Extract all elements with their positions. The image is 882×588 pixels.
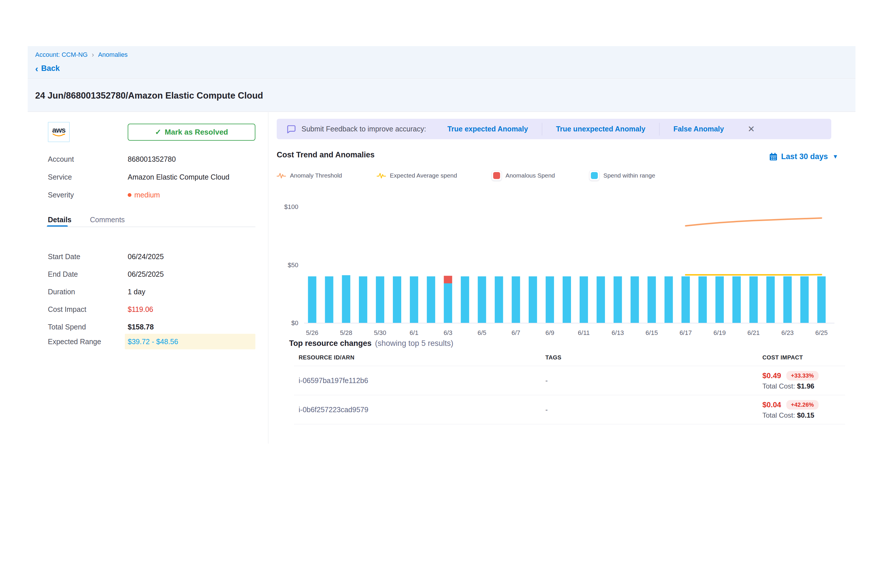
detail-row-end-date: End Date 06/25/2025 — [48, 268, 258, 280]
svg-text:6/13: 6/13 — [612, 329, 624, 336]
cost-impact-percent-badge: +33.33% — [786, 371, 819, 381]
service-value: Amazon Elastic Compute Cloud — [128, 173, 230, 183]
account-value: 868001352780 — [128, 155, 176, 165]
feedback-actions: True expected Anomaly True unexpected An… — [434, 123, 738, 135]
tab-comments[interactable]: Comments — [90, 216, 125, 224]
calendar-icon — [769, 153, 778, 161]
table-title-row: Top resource changes (showing top 5 resu… — [289, 339, 453, 348]
svg-text:6/21: 6/21 — [747, 329, 760, 336]
severity-value: medium — [134, 191, 160, 199]
svg-text:5/28: 5/28 — [340, 329, 352, 336]
back-label: Back — [41, 64, 60, 73]
detail-row-start-date: Start Date 06/24/2025 — [48, 251, 258, 262]
severity-row: Severity medium — [48, 191, 255, 201]
detail-row-cost-impact: Cost Impact $119.06 — [48, 303, 258, 315]
chart-title: Cost Trend and Anomalies — [277, 150, 375, 159]
mark-as-resolved-button[interactable]: ✓ Mark as Resolved — [128, 124, 255, 141]
svg-text:5/26: 5/26 — [306, 329, 318, 336]
detail-tabs: Details Comments — [48, 216, 125, 224]
chat-bubble-icon — [286, 124, 296, 134]
feedback-true-unexpected[interactable]: True unexpected Anomaly — [542, 125, 659, 133]
col-cost-impact: COST IMPACT — [758, 354, 845, 361]
cost-impact-percent-badge: +42.26% — [786, 400, 819, 410]
feedback-true-expected[interactable]: True expected Anomaly — [434, 125, 542, 133]
legend-anomaly-threshold: Anomaly Threshold — [277, 171, 342, 180]
table-title: Top resource changes — [289, 339, 372, 348]
svg-text:6/3: 6/3 — [444, 329, 453, 336]
mark-as-resolved-label: Mark as Resolved — [165, 128, 228, 136]
breadcrumb: Account: CCM-NG › Anomalies — [35, 51, 128, 59]
total-cost-value: $0.15 — [797, 411, 814, 419]
table-row[interactable]: i-0b6f257223cad9579 - $0.04 +42.26% Tota… — [294, 395, 845, 424]
table-subtitle: (showing top 5 results) — [375, 339, 453, 348]
back-button[interactable]: ‹ Back — [35, 64, 60, 73]
cost-impact-value: $0.49 — [762, 371, 781, 380]
check-icon: ✓ — [155, 128, 161, 136]
legend-anomalous-spend: Anomalous Spend — [492, 171, 555, 180]
svg-text:6/17: 6/17 — [680, 329, 692, 336]
breadcrumb-anomalies-link[interactable]: Anomalies — [98, 51, 128, 58]
feedback-close-icon[interactable]: ✕ — [748, 124, 755, 134]
table-header: RESOURCE ID/ARN TAGS COST IMPACT — [294, 350, 845, 366]
col-tags: TAGS — [541, 354, 758, 361]
cost-trend-chart: $0$50$1005/265/285/306/16/36/56/76/96/11… — [277, 199, 844, 343]
svg-text:6/25: 6/25 — [815, 329, 828, 336]
svg-text:$100: $100 — [284, 203, 298, 210]
feedback-false-anomaly[interactable]: False Anomaly — [660, 125, 738, 133]
svg-text:6/23: 6/23 — [782, 329, 794, 336]
threshold-line-icon — [277, 171, 286, 180]
back-chevron-icon: ‹ — [35, 65, 38, 72]
svg-text:$50: $50 — [288, 261, 298, 268]
aws-logo-text: aws — [52, 126, 65, 134]
average-line-icon — [377, 171, 386, 180]
detail-row-duration: Duration 1 day — [48, 286, 258, 297]
aws-logo: aws — [48, 122, 70, 142]
cost-impact-value: $0.04 — [762, 400, 781, 409]
severity-label: Severity — [48, 191, 128, 201]
svg-text:6/5: 6/5 — [478, 329, 486, 336]
header-band — [28, 46, 855, 79]
panel-divider — [268, 112, 268, 444]
svg-text:6/1: 6/1 — [410, 329, 418, 336]
date-range-picker[interactable]: Last 30 days ▼ — [769, 152, 838, 161]
service-row: Service Amazon Elastic Compute Cloud — [48, 173, 255, 183]
spend-within-range-swatch — [590, 171, 599, 180]
breadcrumb-account-link[interactable]: Account: CCM-NG — [35, 51, 88, 58]
legend-spend-within-range: Spend within range — [590, 171, 655, 180]
feedback-bar: Submit Feedback to improve accuracy: Tru… — [277, 119, 831, 139]
caret-down-icon: ▼ — [832, 153, 838, 160]
account-row: Account 868001352780 — [48, 155, 255, 165]
table-row[interactable]: i-06597ba197fe112b6 - $0.49 +33.33% Tota… — [294, 366, 845, 395]
svg-text:5/30: 5/30 — [374, 329, 386, 336]
svg-text:6/15: 6/15 — [646, 329, 658, 336]
resource-tags: - — [541, 376, 758, 385]
detail-row-total-spend: Total Spend $158.78 — [48, 321, 258, 333]
detail-row-expected-range: Expected Range $39.72 - $48.56 — [48, 336, 258, 347]
svg-text:6/7: 6/7 — [512, 329, 520, 336]
svg-text:6/9: 6/9 — [545, 329, 554, 336]
feedback-prompt: Submit Feedback to improve accuracy: — [302, 125, 426, 133]
legend-expected-average: Expected Average spend — [377, 171, 457, 180]
page-title: 24 Jun/868001352780/Amazon Elastic Compu… — [35, 90, 263, 101]
date-range-label: Last 30 days — [781, 152, 828, 161]
resource-tags: - — [541, 405, 758, 414]
total-cost-label: Total Cost: — [762, 382, 795, 390]
tab-details[interactable]: Details — [48, 216, 72, 224]
svg-text:6/11: 6/11 — [578, 329, 590, 336]
resource-cost-cell: $0.49 +33.33% Total Cost: $1.96 — [758, 371, 845, 390]
chart-legend: Anomaly Threshold Expected Average spend… — [277, 171, 655, 180]
svg-text:$0: $0 — [291, 320, 298, 327]
svg-text:6/19: 6/19 — [713, 329, 726, 336]
resource-id[interactable]: i-0b6f257223cad9579 — [294, 405, 541, 414]
anomalous-spend-swatch — [492, 171, 501, 180]
resource-id[interactable]: i-06597ba197fe112b6 — [294, 376, 541, 385]
account-label: Account — [48, 155, 128, 165]
aws-smile-icon — [52, 134, 65, 138]
total-cost-label: Total Cost: — [762, 411, 795, 419]
col-resource-id: RESOURCE ID/ARN — [294, 354, 541, 361]
total-cost-value: $1.96 — [797, 382, 814, 390]
severity-dot-icon — [128, 193, 131, 197]
tabs-divider — [46, 226, 255, 227]
resource-cost-cell: $0.04 +42.26% Total Cost: $0.15 — [758, 400, 845, 419]
resource-table: RESOURCE ID/ARN TAGS COST IMPACT i-06597… — [294, 350, 845, 424]
